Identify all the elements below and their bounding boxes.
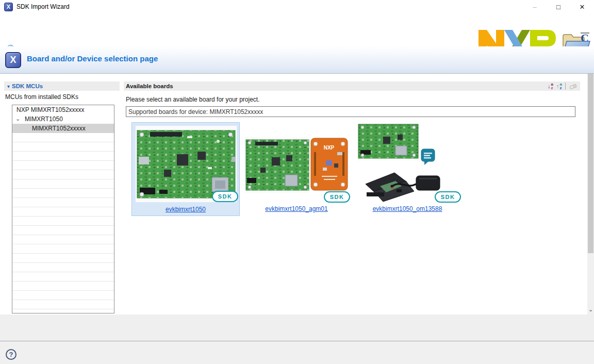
clear-filter-eraser-icon[interactable] bbox=[569, 82, 577, 90]
letter-z: z bbox=[551, 86, 553, 90]
tree-empty-row bbox=[12, 235, 114, 244]
maximize-button[interactable]: □ bbox=[547, 0, 570, 14]
arrow-down-icon: ↓ bbox=[548, 82, 551, 90]
sort-ascending-button[interactable]: ↑ az bbox=[556, 82, 562, 90]
scrollbar-down-arrow[interactable]: ⌄ bbox=[587, 306, 594, 314]
board-photo-pcb bbox=[245, 137, 310, 193]
tree-empty-row bbox=[12, 244, 114, 254]
page-title: Board and/or Device selection page bbox=[27, 54, 158, 63]
sdk-badge: SDK bbox=[212, 191, 238, 202]
instruction-text: Please select an available board for you… bbox=[126, 96, 259, 103]
tree-row-device-selected[interactable]: MIMXRT1052xxxxx bbox=[12, 124, 114, 133]
board-link-evkbimxrt1050-agm01[interactable]: evkbimxrt1050_agm01 bbox=[265, 205, 327, 212]
tree-empty-row bbox=[12, 179, 114, 189]
window-controls: – □ ✕ bbox=[523, 0, 594, 14]
board-filter-input[interactable] bbox=[126, 106, 575, 117]
section-collapse-icon: ▾ bbox=[7, 84, 10, 89]
sdk-badge: SDK bbox=[324, 191, 350, 203]
sort-descending-button[interactable]: ↓ az bbox=[548, 82, 553, 90]
svg-text:NXP: NXP bbox=[324, 145, 335, 151]
tree-empty-row bbox=[12, 207, 114, 217]
sdk-mcus-section-header[interactable]: ▾ SDK MCUs bbox=[4, 81, 120, 91]
button-bar: ? < Back Next > Finish Cancel bbox=[0, 341, 594, 364]
tree-row-family[interactable]: ⌄ MIMXRT1050 bbox=[12, 114, 114, 124]
mcuxpresso-icon: X bbox=[5, 52, 21, 68]
sdk-import-wizard-window: X SDK Import Wizard – □ ✕ i Importing pr… bbox=[0, 0, 594, 364]
tree-empty-row bbox=[12, 198, 114, 207]
wizard-header: X Board and/or Device selection page bbox=[0, 46, 594, 74]
letter-z: z bbox=[560, 86, 562, 90]
vertical-scrollbar[interactable]: ⌄ bbox=[587, 74, 594, 315]
tree-empty-row bbox=[12, 254, 114, 263]
available-boards-section-header: Available boards ↓ az ↑ az bbox=[124, 81, 580, 91]
mcu-tree: NXP MIMXRT1052xxxxx ⌄ MIMXRT1050 MIMXRT1… bbox=[12, 105, 114, 313]
sdk-mcus-title: SDK MCUs bbox=[12, 83, 43, 89]
content-area: ▾ SDK MCUs MCUs from installed SDKs NXP … bbox=[0, 74, 594, 315]
sdk-badge: SDK bbox=[435, 191, 461, 203]
scrollbar-thumb[interactable] bbox=[588, 74, 593, 253]
tree-empty-row bbox=[12, 282, 114, 291]
minimize-button[interactable]: – bbox=[523, 0, 547, 14]
tree-empty-row bbox=[12, 189, 114, 198]
board-card-evkbimxrt1050[interactable]: SDK evkbimxrt1050 bbox=[131, 122, 240, 216]
tree-label: NXP MIMXRT1052xxxxx bbox=[16, 105, 85, 114]
titlebar: X SDK Import Wizard – □ ✕ bbox=[0, 0, 594, 14]
tree-empty-row bbox=[12, 226, 114, 235]
nfc-bubble-icon bbox=[420, 148, 436, 166]
mcus-subtitle: MCUs from installed SDKs bbox=[5, 93, 78, 101]
board-photo-pcb bbox=[357, 123, 419, 161]
close-button[interactable]: ✕ bbox=[570, 0, 594, 14]
board-cards: SDK evkbimxrt1050 bbox=[131, 122, 461, 216]
kit-photo bbox=[362, 169, 444, 205]
board-card-evkbimxrt1050-om13588[interactable]: SDK evkbimxrt1050_om13588 bbox=[353, 122, 461, 216]
lower-strip bbox=[0, 315, 594, 341]
tree-empty-row bbox=[12, 152, 114, 161]
info-bar: i Importing project(s) for device: MIMXR… bbox=[0, 14, 594, 46]
chevron-down-icon[interactable]: ⌄ bbox=[15, 114, 20, 123]
tree-empty-row bbox=[12, 217, 114, 226]
help-button[interactable]: ? bbox=[6, 349, 16, 360]
tree-empty-rows bbox=[12, 133, 114, 309]
tree-empty-row bbox=[12, 170, 114, 179]
tree-empty-row bbox=[12, 272, 114, 282]
tree-empty-row bbox=[12, 263, 114, 272]
tree-empty-row bbox=[12, 300, 114, 309]
app-icon: X bbox=[4, 3, 13, 11]
tree-label: MIMXRT1050 bbox=[25, 114, 63, 124]
tree-empty-row bbox=[12, 133, 114, 142]
board-photo-orange-shield: NXP bbox=[310, 138, 348, 191]
window-title: SDK Import Wizard bbox=[16, 3, 70, 10]
board-link-evkbimxrt1050-om13588[interactable]: evkbimxrt1050_om13588 bbox=[373, 205, 442, 212]
boards-toolbar: ↓ az ↑ az bbox=[548, 82, 577, 90]
tree-empty-row bbox=[12, 161, 114, 170]
board-card-evkbimxrt1050-agm01[interactable]: NXP SDK evkbimxrt1050_agm01 bbox=[242, 122, 351, 216]
arrow-up-icon: ↑ bbox=[556, 82, 559, 90]
toolbar-divider bbox=[565, 82, 566, 90]
tree-empty-row bbox=[12, 142, 114, 152]
tree-label: MIMXRT1052xxxxx bbox=[32, 124, 86, 133]
tree-row-sdk[interactable]: NXP MIMXRT1052xxxxx bbox=[12, 105, 114, 114]
board-link-evkbimxrt1050[interactable]: evkbimxrt1050 bbox=[166, 206, 206, 213]
available-boards-title: Available boards bbox=[126, 83, 548, 89]
tree-empty-row bbox=[12, 291, 114, 300]
